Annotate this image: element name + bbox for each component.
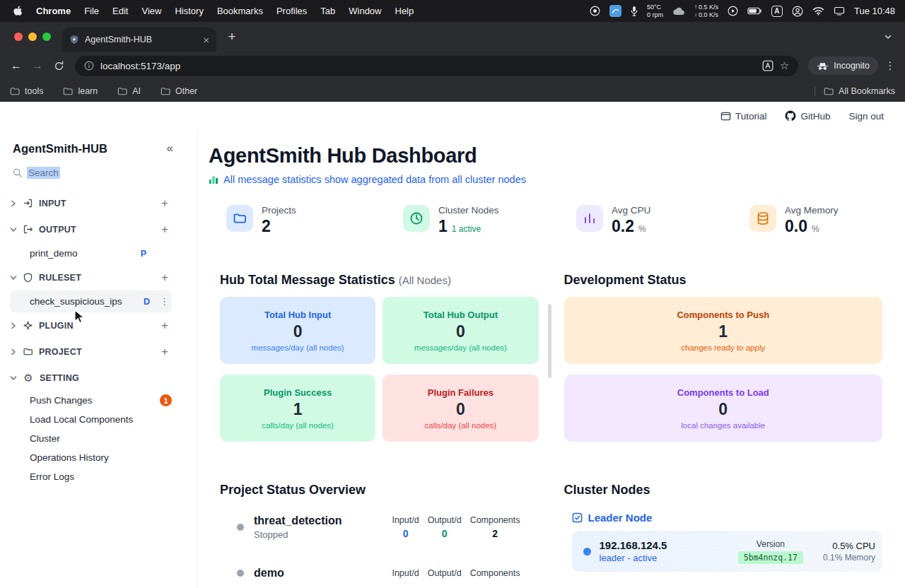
cluster-node-card[interactable]: 192.168.124.5 leader - active Version 5b… xyxy=(572,531,883,572)
battery-icon[interactable] xyxy=(747,7,762,15)
sidebar-section-project[interactable]: PROJECT + xyxy=(10,339,172,365)
wifi-icon[interactable] xyxy=(812,6,824,16)
translate-icon[interactable] xyxy=(762,60,773,71)
gear-icon: ⚙ xyxy=(23,372,34,384)
sidebar-item-operations-history[interactable]: Operations History xyxy=(10,448,172,467)
scrollbar-thumb[interactable] xyxy=(548,304,551,378)
tab-close-icon[interactable]: × xyxy=(203,34,209,46)
chevron-down-icon[interactable] xyxy=(10,226,17,233)
sidebar-section-output[interactable]: OUTPUT + xyxy=(10,216,172,242)
address-bar[interactable]: localhost:5173/app ☆ xyxy=(75,56,798,76)
incognito-spy-icon xyxy=(817,61,829,71)
sidebar-section-plugin[interactable]: PLUGIN + xyxy=(10,312,172,339)
add-plugin-button[interactable]: + xyxy=(158,319,172,332)
node-memory: 0.1% Memory xyxy=(823,553,875,563)
sidebar-item-cluster[interactable]: Cluster xyxy=(10,429,172,448)
all-bookmarks-button[interactable]: All Bookmarks xyxy=(824,86,895,96)
menubar-app-name[interactable]: Chrome xyxy=(36,6,71,16)
temp-fan-status[interactable]: 50°C 0 rpm xyxy=(647,4,663,19)
input-icon xyxy=(23,198,33,208)
menu-help[interactable]: Help xyxy=(395,6,414,16)
bookmark-folder-learn[interactable]: learn xyxy=(63,86,98,96)
status-dot-stopped xyxy=(237,524,244,531)
output-icon xyxy=(23,224,33,235)
project-status-section: Project Status Overview threat_detection… xyxy=(220,483,539,580)
add-output-button[interactable]: + xyxy=(158,223,172,236)
browser-toolbar: ← → localhost:5173/app ☆ Incognito ⋮ xyxy=(0,52,905,80)
browser-menu-icon[interactable]: ⋮ xyxy=(881,59,899,72)
bar-chart-icon xyxy=(209,175,218,184)
sidebar-item-push-changes[interactable]: Push Changes 1 xyxy=(10,391,172,410)
menu-file[interactable]: File xyxy=(84,6,99,16)
menu-profiles[interactable]: Profiles xyxy=(276,6,307,16)
add-ruleset-button[interactable]: + xyxy=(158,271,172,284)
apple-logo-icon[interactable] xyxy=(13,6,23,17)
new-tab-button[interactable]: + xyxy=(222,27,242,47)
menubar-clock[interactable]: Tue 10:48 xyxy=(854,6,895,16)
stat-avg-cpu: Avg CPU 0.2% xyxy=(570,205,743,236)
chevron-down-icon[interactable] xyxy=(10,274,17,281)
sidebar-item-check-suspicious-ips[interactable]: check_suspicious_ips D ⋮ xyxy=(10,290,172,312)
browser-tab[interactable]: AgentSmith-HUB × xyxy=(62,28,216,52)
menu-edit[interactable]: Edit xyxy=(112,6,128,16)
menu-history[interactable]: History xyxy=(175,6,203,16)
leader-checkbox-icon[interactable] xyxy=(572,512,583,523)
search-input[interactable]: Search xyxy=(13,167,185,179)
chevron-right-icon[interactable] xyxy=(10,200,17,207)
cloud-icon[interactable] xyxy=(672,7,685,16)
menubar-app-icon[interactable] xyxy=(609,5,621,17)
github-link[interactable]: GitHub xyxy=(785,110,830,122)
menu-tab[interactable]: Tab xyxy=(320,6,335,16)
reload-button[interactable] xyxy=(48,55,69,76)
project-row-threat-detection[interactable]: threat_detection Stopped Input/d0 Output… xyxy=(220,514,539,540)
network-speed-status[interactable]: ↑0.5 K/s ↓0.0 K/s xyxy=(694,4,718,19)
sidebar-section-setting[interactable]: ⚙ SETTING xyxy=(10,365,172,391)
tab-strip: AgentSmith-HUB × + xyxy=(0,22,905,52)
card-components-to-load: Components to Load 0 local changes avail… xyxy=(564,375,883,442)
tutorial-link[interactable]: Tutorial xyxy=(720,111,767,122)
add-project-button[interactable]: + xyxy=(158,346,172,358)
user-account-icon[interactable] xyxy=(792,6,803,17)
add-input-button[interactable]: + xyxy=(158,197,172,210)
microphone-icon[interactable] xyxy=(631,6,638,16)
item-menu-icon[interactable]: ⋮ xyxy=(160,296,169,307)
development-status-section: Development Status Components to Push 1 … xyxy=(564,273,883,442)
forward-button[interactable]: → xyxy=(27,55,48,76)
chevron-right-icon[interactable] xyxy=(10,322,17,329)
window-minimize-button[interactable] xyxy=(28,33,37,41)
window-close-button[interactable] xyxy=(14,33,23,41)
search-icon xyxy=(13,168,22,177)
play-icon[interactable] xyxy=(728,6,738,16)
bookmark-star-icon[interactable]: ☆ xyxy=(780,59,789,72)
sidebar-section-ruleset[interactable]: RULESET + xyxy=(10,264,172,290)
site-info-icon[interactable] xyxy=(84,61,94,71)
bookmark-folder-tools[interactable]: tools xyxy=(10,86,43,96)
sidebar-item-error-logs[interactable]: Error Logs xyxy=(10,467,172,486)
menu-window[interactable]: Window xyxy=(349,6,381,16)
bookmark-folder-other[interactable]: Other xyxy=(160,86,197,96)
menu-view[interactable]: View xyxy=(141,6,161,16)
sidebar-section-input[interactable]: INPUT + xyxy=(10,190,172,216)
sidebar-title: AgentSmith-HUB xyxy=(13,142,107,155)
project-row-demo[interactable]: demo Input/d Output/d Components xyxy=(220,567,539,580)
sidebar-item-print-demo[interactable]: print_demo P xyxy=(10,242,172,264)
display-icon[interactable] xyxy=(834,6,845,16)
sidebar-nav: INPUT + OUTPUT + print_demo P xyxy=(0,190,197,486)
item-type-badge: P xyxy=(141,249,146,259)
screen-record-icon[interactable] xyxy=(590,6,600,16)
sidebar-item-load-local-components[interactable]: Load Local Components xyxy=(10,410,172,429)
sidebar-collapse-icon[interactable]: « xyxy=(167,141,173,155)
bookmark-folder-ai[interactable]: AI xyxy=(117,86,141,96)
chevron-right-icon[interactable] xyxy=(10,348,17,355)
tab-search-chevron-icon[interactable] xyxy=(884,33,892,41)
signout-link[interactable]: Sign out xyxy=(848,111,884,122)
input-source-icon[interactable]: A xyxy=(771,6,783,17)
menu-bookmarks[interactable]: Bookmarks xyxy=(217,6,263,16)
incognito-label: Incognito xyxy=(834,61,870,71)
chevron-down-icon[interactable] xyxy=(10,375,17,382)
search-value-selected[interactable]: Search xyxy=(27,167,60,179)
url-text[interactable]: localhost:5173/app xyxy=(100,61,180,71)
back-button[interactable]: ← xyxy=(6,55,27,76)
window-zoom-button[interactable] xyxy=(42,33,51,41)
folder-icon xyxy=(10,87,20,95)
